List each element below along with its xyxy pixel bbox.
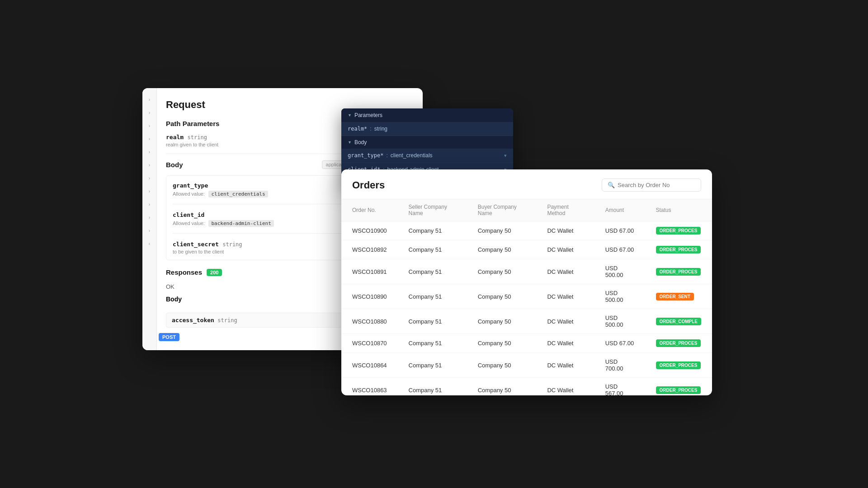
cell-payment: DC Wallet [536, 259, 594, 284]
cell-seller: Company 51 [398, 353, 467, 378]
cell-seller: Company 51 [398, 309, 467, 334]
param-client-id-name: client_id [173, 211, 204, 218]
param-client-secret-type: string [222, 241, 242, 248]
params-dark-body-title: Body [354, 139, 367, 145]
sidebar-chevron-11[interactable]: › [149, 228, 150, 233]
col-amount: Amount [594, 199, 645, 221]
cell-status: ORDER_PROCES [645, 221, 712, 240]
orders-table-body: WSCO10900 Company 51 Company 50 DC Walle… [341, 221, 712, 396]
col-payment: Payment Method [536, 199, 594, 221]
table-header-row: Order No. Seller Company Name Buyer Comp… [341, 199, 712, 221]
cell-order-no: WSCO10863 [341, 378, 398, 396]
params-grant-type-val: client_credentials [391, 152, 433, 159]
cell-amount: USD 67.00 [594, 240, 645, 259]
status-badge: ORDER_PROCES [656, 246, 701, 253]
sidebar-chevron-8[interactable]: › [149, 189, 150, 194]
table-row[interactable]: WSCO10864 Company 51 Company 50 DC Walle… [341, 353, 712, 378]
sidebar-chevron-4[interactable]: › [149, 136, 150, 141]
sidebar-chevron-2[interactable]: › [149, 110, 150, 115]
sidebar-chevron-5[interactable]: › [149, 150, 150, 155]
scene: › › › › › › › › › › › ‹ Request Path Par… [140, 86, 728, 402]
cell-order-no: WSCO10870 [341, 334, 398, 353]
table-row[interactable]: WSCO10863 Company 51 Company 50 DC Walle… [341, 378, 712, 396]
access-token-label: access_token [172, 317, 214, 324]
param-client-secret-name: client_secret [173, 241, 219, 248]
params-grant-type-key: grant_type* [348, 152, 383, 159]
cell-amount: USD 500.00 [594, 259, 645, 284]
cell-buyer: Company 50 [467, 259, 537, 284]
params-grant-type-colon: : [386, 152, 387, 159]
cell-status: ORDER_SENT [645, 284, 712, 309]
table-head: Order No. Seller Company Name Buyer Comp… [341, 199, 712, 221]
cell-order-no: WSCO10892 [341, 240, 398, 259]
cell-status: ORDER_PROCES [645, 259, 712, 284]
search-input[interactable] [618, 182, 695, 188]
cell-order-no: WSCO10880 [341, 309, 398, 334]
table-row[interactable]: WSCO10891 Company 51 Company 50 DC Walle… [341, 259, 712, 284]
cell-payment: DC Wallet [536, 240, 594, 259]
sidebar-chevron-12[interactable]: ‹ [149, 241, 150, 246]
cell-status: ORDER_PROCES [645, 240, 712, 259]
table-row[interactable]: WSCO10900 Company 51 Company 50 DC Walle… [341, 221, 712, 240]
select-grant-icon[interactable]: ▾ [504, 153, 507, 159]
cell-order-no: WSCO10890 [341, 284, 398, 309]
sidebar-chevron-7[interactable]: › [149, 176, 150, 181]
search-icon: 🔍 [608, 182, 615, 188]
cell-seller: Company 51 [398, 259, 467, 284]
cell-order-no: WSCO10864 [341, 353, 398, 378]
cell-seller: Company 51 [398, 221, 467, 240]
cell-buyer: Company 50 [467, 334, 537, 353]
orders-header: Orders 🔍 [341, 169, 712, 199]
cell-buyer: Company 50 [467, 284, 537, 309]
params-dark-title: Parameters [354, 112, 382, 118]
param-grant-type-allowed-value: client_credentials [208, 191, 268, 197]
status-badge: ORDER_SENT [656, 293, 694, 300]
params-realm-val: string [374, 126, 387, 132]
cell-seller: Company 51 [398, 334, 467, 353]
sidebar-chevron-1[interactable]: › [149, 97, 150, 102]
status-badge: ORDER_PROCES [656, 268, 701, 276]
cell-status: ORDER_COMPLE [645, 309, 712, 334]
response-200-badge: 200 [207, 269, 222, 276]
sidebar-chevron-9[interactable]: › [149, 202, 150, 207]
sidebar-chevron-3[interactable]: › [149, 123, 150, 128]
table-row[interactable]: WSCO10892 Company 51 Company 50 DC Walle… [341, 240, 712, 259]
cell-buyer: Company 50 [467, 353, 537, 378]
response-body-title: Body [166, 296, 182, 303]
cell-amount: USD 500.00 [594, 284, 645, 309]
cell-amount: USD 567.00 [594, 378, 645, 396]
responses-title: Responses [166, 268, 202, 276]
cell-amount: USD 67.00 [594, 334, 645, 353]
col-buyer: Buyer Company Name [467, 199, 537, 221]
col-seller: Seller Company Name [398, 199, 467, 221]
col-status: Status [645, 199, 712, 221]
params-dark-header: ▼ Parameters [341, 108, 513, 122]
cell-order-no: WSCO10900 [341, 221, 398, 240]
cell-status: ORDER_PROCES [645, 334, 712, 353]
cell-status: ORDER_PROCES [645, 378, 712, 396]
cell-payment: DC Wallet [536, 309, 594, 334]
table-row[interactable]: WSCO10890 Company 51 Company 50 DC Walle… [341, 284, 712, 309]
param-client-id-allowed-value: backend-admin-client [208, 220, 274, 227]
search-box[interactable]: 🔍 [602, 178, 701, 192]
params-dark-body-header: ▼ Body [341, 136, 513, 149]
status-badge: ORDER_PROCES [656, 227, 701, 235]
cell-seller: Company 51 [398, 240, 467, 259]
param-client-id-allowed-label: Allowed value: [173, 221, 205, 226]
params-realm-colon: : [370, 126, 371, 132]
status-badge: ORDER_PROCES [656, 339, 701, 347]
access-token-type: string [217, 317, 237, 324]
col-order-no: Order No. [341, 199, 398, 221]
sidebar-chevron-10[interactable]: › [149, 215, 150, 220]
table-row[interactable]: WSCO10870 Company 51 Company 50 DC Walle… [341, 334, 712, 353]
table-row[interactable]: WSCO10880 Company 51 Company 50 DC Walle… [341, 309, 712, 334]
cell-amount: USD 67.00 [594, 221, 645, 240]
body-title: Body [166, 161, 183, 169]
post-badge: POST [159, 333, 179, 341]
cell-status: ORDER_PROCES [645, 353, 712, 378]
sidebar-chevron-6[interactable]: › [149, 163, 150, 168]
params-realm-key: realm* [348, 126, 367, 132]
cell-buyer: Company 50 [467, 309, 537, 334]
cell-buyer: Company 50 [467, 378, 537, 396]
cell-amount: USD 500.00 [594, 309, 645, 334]
